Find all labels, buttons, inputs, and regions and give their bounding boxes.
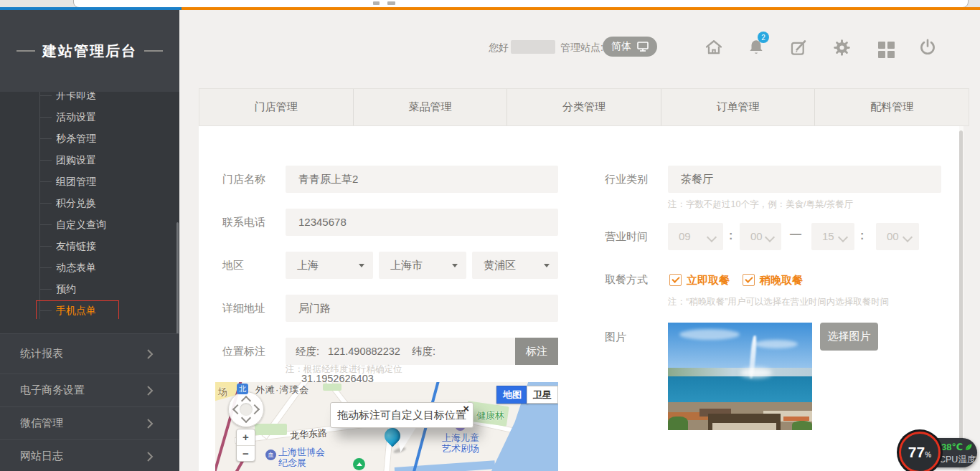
sidebar-item[interactable]: 秒杀管理 bbox=[0, 128, 179, 149]
map-widget[interactable]: 场 外滩·湾璞会 龙华东路 血 上海世博会 纪念展 ♪ 上海儿童 艺术剧场 健康… bbox=[215, 382, 558, 471]
notification-badge: 2 bbox=[758, 32, 769, 43]
store-name-input[interactable]: 青青原上草2 bbox=[286, 166, 558, 193]
pickup-later-label[interactable]: 稍晚取餐 bbox=[760, 274, 803, 287]
lng-label: 经度: bbox=[296, 346, 319, 357]
pickup-later-checkbox[interactable] bbox=[743, 274, 755, 286]
sidebar-item[interactable]: 开卡即送 bbox=[0, 92, 179, 106]
open-minute-select[interactable]: 00 bbox=[740, 223, 781, 250]
address-bar-fragment bbox=[387, 1, 395, 5]
map-type-satellite-button[interactable]: 卫星 bbox=[527, 386, 558, 404]
cpu-percent-value: 77 bbox=[908, 444, 925, 460]
coordinates-field[interactable]: 经度: 121.490882232 纬度: 31.1952626403 bbox=[286, 338, 515, 365]
sidebar-section-stats[interactable]: 统计报表 bbox=[0, 333, 179, 374]
province-select[interactable]: 上海 bbox=[286, 252, 373, 279]
map-type-map-button[interactable]: 地图 bbox=[496, 386, 528, 404]
tab-category[interactable]: 分类管理 bbox=[507, 89, 661, 125]
close-minute-select[interactable]: 00 bbox=[876, 223, 919, 250]
store-photo bbox=[668, 323, 812, 430]
map-pan-control[interactable] bbox=[228, 391, 264, 427]
edit-button[interactable] bbox=[788, 37, 809, 58]
sidebar-item[interactable]: 预约 bbox=[0, 278, 179, 300]
sidebar-item-label: 积分兑换 bbox=[56, 197, 96, 209]
language-button[interactable]: 简体 bbox=[603, 37, 657, 57]
monitor-icon bbox=[637, 42, 649, 52]
sidebar-item[interactable]: 活动设置 bbox=[0, 106, 179, 128]
region-label: 地区 bbox=[222, 259, 244, 272]
tab-dish[interactable]: 菜品管理 bbox=[354, 89, 508, 125]
map-label-expo-line1: 上海世博会 bbox=[278, 447, 325, 457]
province-value: 上海 bbox=[297, 259, 319, 271]
tab-ingredient[interactable]: 配料管理 bbox=[815, 89, 969, 125]
pickup-now-checkbox[interactable] bbox=[669, 274, 682, 286]
time-colon: : bbox=[729, 229, 732, 242]
logout-button[interactable] bbox=[917, 37, 938, 58]
open-hour-select[interactable]: 09 bbox=[668, 223, 723, 250]
phone-label: 联系电话 bbox=[222, 216, 265, 229]
tree-tick bbox=[39, 160, 52, 161]
zoom-out-button[interactable]: − bbox=[237, 446, 255, 462]
gear-icon bbox=[832, 38, 852, 57]
sidebar-section-ecommerce[interactable]: 电子商务设置 bbox=[0, 374, 179, 406]
tree-tick bbox=[39, 203, 52, 204]
page: 建站管理后台 开卡即送 活动设置 秒杀管理 团购设置 组团管理 积分兑换 自定义… bbox=[0, 0, 980, 471]
tree-tick bbox=[39, 95, 52, 96]
sidebar-item[interactable]: 自定义查询 bbox=[0, 214, 179, 235]
sidebar-item-label: 团购设置 bbox=[56, 154, 96, 166]
username-redacted bbox=[511, 40, 555, 54]
cpu-temperature: 38℃ bbox=[941, 442, 973, 452]
close-hour-select[interactable]: 15 bbox=[811, 223, 854, 250]
map-label-theater-line1: 上海儿童 bbox=[442, 432, 479, 443]
title-dash-right bbox=[144, 50, 163, 52]
mark-location-button[interactable]: 标注 bbox=[515, 338, 558, 365]
sidebar-item-label: 预约 bbox=[56, 283, 76, 295]
scrollbar-thumb[interactable] bbox=[959, 130, 963, 462]
industry-label: 行业类别 bbox=[605, 173, 648, 186]
tab-store[interactable]: 门店管理 bbox=[199, 89, 354, 125]
sidebar-item-label: 活动设置 bbox=[56, 111, 96, 123]
app-title: 建站管理后台 bbox=[42, 42, 137, 61]
map-tooltip: 拖动标注可自定义目标位置 × bbox=[330, 402, 473, 428]
sidebar-title: 建站管理后台 bbox=[0, 10, 179, 92]
pan-center-knob[interactable] bbox=[239, 402, 253, 417]
district-select[interactable]: 黄浦区 bbox=[472, 252, 558, 279]
address-input[interactable]: 局门路 bbox=[286, 295, 558, 322]
sidebar-item-label: 开卡即送 bbox=[56, 92, 96, 101]
pickup-now-label[interactable]: 立即取餐 bbox=[687, 274, 730, 287]
time-dash: — bbox=[790, 228, 801, 241]
manage-site-label: 管理站点: bbox=[560, 42, 603, 54]
map-park bbox=[323, 384, 341, 391]
choose-image-button[interactable]: 选择图片 bbox=[820, 323, 878, 351]
map-label-expo-line2: 纪念展 bbox=[278, 457, 325, 468]
sidebar-item-label: 秒杀管理 bbox=[56, 133, 96, 144]
industry-input[interactable]: 茶餐厅 bbox=[668, 166, 941, 193]
content-scrollbar[interactable] bbox=[959, 126, 963, 471]
sidebar-item[interactable]: 友情链接 bbox=[0, 235, 179, 257]
notification-count: 2 bbox=[761, 34, 765, 42]
cpu-usage-circle[interactable]: 77% bbox=[899, 432, 941, 471]
sidebar-item[interactable]: 积分兑换 bbox=[0, 192, 179, 214]
city-value: 上海市 bbox=[390, 259, 423, 271]
tooltip-text: 拖动标注可自定义目标位置 bbox=[337, 409, 466, 422]
tooltip-close-icon[interactable]: × bbox=[463, 403, 469, 414]
sidebar-item[interactable]: 动态表单 bbox=[0, 257, 179, 278]
cpu-temp-value: 38℃ bbox=[941, 442, 963, 452]
time-colon: : bbox=[860, 229, 864, 242]
sidebar-section-logs[interactable]: 网站日志 bbox=[0, 439, 179, 471]
phone-input[interactable]: 12345678 bbox=[286, 209, 558, 236]
sidebar-section-wechat[interactable]: 微信管理 bbox=[0, 406, 179, 439]
zoom-in-button[interactable]: + bbox=[237, 429, 255, 446]
chevron-right-icon bbox=[146, 451, 154, 462]
caret-down-icon bbox=[544, 264, 550, 267]
leaf-icon bbox=[964, 443, 973, 452]
chevron-right-icon bbox=[146, 418, 154, 429]
tab-order[interactable]: 订单管理 bbox=[661, 89, 816, 125]
settings-button[interactable] bbox=[831, 37, 852, 58]
city-select[interactable]: 上海市 bbox=[379, 252, 466, 279]
open-hour-value: 09 bbox=[679, 230, 691, 242]
sidebar-item[interactable]: 组团管理 bbox=[0, 171, 179, 192]
tree-tick bbox=[39, 117, 52, 118]
home-button[interactable] bbox=[703, 37, 725, 58]
sidebar-item[interactable]: 团购设置 bbox=[0, 149, 179, 171]
apps-button[interactable] bbox=[875, 39, 897, 60]
module-tabs: 门店管理 菜品管理 分类管理 订单管理 配料管理 bbox=[199, 88, 969, 126]
